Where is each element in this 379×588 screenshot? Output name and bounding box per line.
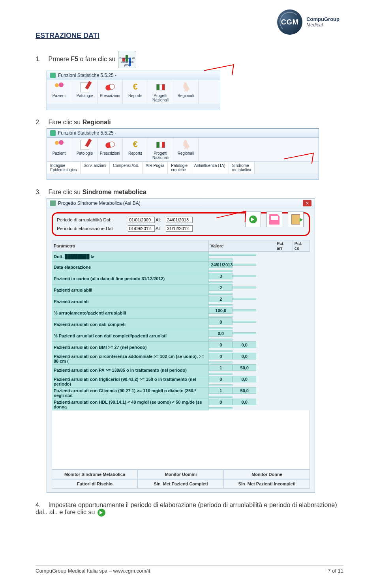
table-row: Pazienti arruolati con circonferenza add… (52, 353, 310, 364)
toolbar-label: Regionali (173, 151, 198, 155)
input-ela-from[interactable] (128, 225, 155, 232)
window-title: Funzioni Statistiche 5.5.25 - (47, 129, 319, 138)
cell (209, 396, 233, 398)
window-funzioni-statistiche-2: Funzioni Statistiche 5.5.25 - PazientiPa… (47, 128, 319, 180)
cell: Data elaborazione (52, 261, 209, 273)
toolbar-label: Regionali (173, 94, 198, 98)
bottom-tab[interactable]: Sin_Met Pazienti Completi (138, 479, 224, 489)
cell (209, 293, 233, 295)
dialog-action-buttons (245, 212, 304, 227)
people-icon (53, 139, 66, 150)
column-header: Pct. co (293, 240, 310, 252)
dialog-sindrome-metabolica: Progetto Sindrome Metabolica (Asl BA) ✕ … (47, 198, 315, 493)
subtab-item[interactable]: Antiinfluenza (TA) (191, 162, 229, 174)
cell (209, 281, 233, 283)
run-button[interactable] (245, 212, 261, 227)
toolbar-label: Reports (123, 94, 148, 98)
pill-icon (103, 82, 117, 93)
input-ela-to[interactable] (166, 225, 193, 232)
door-exit-icon (291, 214, 300, 225)
label-elaborazione: Periodo di elaborazione Dal: (57, 226, 128, 231)
cell: 0 (209, 341, 233, 348)
toolbar-patologie[interactable]: Patologie (72, 80, 98, 104)
bottom-tab[interactable]: Monitor Uomini (138, 470, 224, 479)
flag-icon (154, 82, 167, 93)
subtab-item[interactable]: Patologie croniche (168, 162, 191, 174)
people-icon (53, 82, 66, 93)
cell: 0 (209, 353, 233, 360)
bottom-tab[interactable]: Monitor Donne (224, 470, 310, 479)
table-row: Pazienti arruolati con trigliceridi (90.… (52, 376, 310, 387)
floppy-icon (269, 214, 280, 225)
cell: 0,0 (233, 376, 256, 382)
cell (233, 287, 256, 288)
column-header: Parametro (52, 240, 209, 252)
cell (209, 304, 233, 306)
input-arr-to[interactable] (166, 217, 193, 223)
toolbar-reports[interactable]: €Reports (123, 138, 148, 161)
toolbar-pazienti[interactable]: Pazienti (47, 80, 72, 104)
column-header: Valore (209, 240, 275, 252)
bottom-tab[interactable]: Sin_Met Pazienti Incompleti (224, 479, 310, 489)
toolbar-progetti[interactable]: Progetti Nazionali (148, 138, 173, 161)
play-icon[interactable] (98, 509, 105, 517)
subtab-item[interactable]: Sindrome metabolica (229, 162, 255, 174)
toolbar-prescrizioni[interactable]: Prescrizioni (98, 80, 123, 104)
cell: Pazienti arruolati con trigliceridi (90.… (52, 376, 209, 387)
table-row: Pazienti arruolabili2 (52, 284, 310, 296)
close-icon[interactable]: ✕ (303, 200, 311, 206)
input-arr-from[interactable] (128, 217, 155, 223)
cell (209, 339, 233, 341)
euro-icon: € (129, 82, 142, 93)
subtab-item[interactable]: Indagine Epidemiologica (47, 162, 81, 174)
bottom-tab[interactable]: Fattori di Rischio (52, 479, 138, 489)
save-button[interactable] (266, 212, 282, 227)
cell (233, 264, 256, 266)
table-row: Data elaborazione24/01/2013 (52, 261, 310, 273)
exit-button[interactable] (288, 212, 304, 227)
subtab-item[interactable]: Sorv. anziani (81, 162, 110, 174)
cell: Pazienti arruolati con Glicemia (90.27.1… (52, 387, 209, 399)
step-1: 1. Prmere F5 o fare clic su Funzioni di … (36, 51, 343, 110)
toolbar-regionali[interactable]: Regionali (173, 80, 199, 104)
toolbar-prescrizioni[interactable]: Prescrizioni (98, 138, 123, 161)
cell: 0,0 (233, 399, 256, 405)
cell (209, 254, 233, 256)
label-al: Al: (156, 226, 166, 231)
subtab-item[interactable]: AIR Puglia (143, 162, 168, 174)
app-icon (50, 130, 56, 136)
cell: 1 (209, 364, 233, 371)
toolbar-patologie[interactable]: Patologie (72, 138, 98, 161)
toolbar-regionali[interactable]: Regionali (173, 138, 199, 161)
cell: 0 (209, 318, 233, 325)
pill-icon (103, 139, 117, 150)
cell (209, 258, 233, 260)
window-funzioni-statistiche-1: Funzioni Statistiche 5.5.25 - PazientiPa… (47, 71, 220, 110)
note-icon (78, 139, 92, 150)
bottom-tab[interactable]: Monitor Sindrome Metabolica (52, 470, 138, 479)
table-row: Pazienti arruolati con Glicemia (90.27.1… (52, 387, 310, 399)
cell: Pazienti arruolati con dati completi (52, 318, 209, 330)
toolbar-label: Reports (123, 151, 148, 155)
cell: 0 (209, 376, 233, 382)
cell (209, 407, 233, 409)
cell: Pazienti arruolati con circonferenza add… (52, 353, 209, 364)
toolbar-progetti[interactable]: Progetti Nazionali (148, 80, 173, 104)
cell: 0,0 (233, 353, 256, 360)
toolbar-label: Pazienti (47, 94, 72, 98)
cell: 3 (209, 273, 233, 279)
cell (209, 350, 233, 352)
parameters-table: ParametroValorePct. arrPct. co Dott. ███… (52, 240, 310, 410)
cell (233, 309, 256, 311)
statistica-button-icon[interactable]: Funzioni di Statistica (F5) (118, 51, 136, 68)
cell: 1 (209, 387, 233, 394)
subtab-item[interactable]: Compensi ASL (110, 162, 143, 174)
cell: % Pazienti arruolati con dati completi/p… (52, 330, 209, 341)
table-row: Pazienti arruolati con HDL (90.14.1) < 4… (52, 399, 310, 410)
toolbar-pazienti[interactable]: Pazienti (47, 138, 72, 161)
cell (233, 254, 256, 256)
toolbar-reports[interactable]: €Reports (123, 80, 148, 104)
cell: 50,0 (233, 364, 256, 371)
toolbar-label: Progetti Nazionali (148, 151, 173, 160)
cell (233, 321, 256, 323)
